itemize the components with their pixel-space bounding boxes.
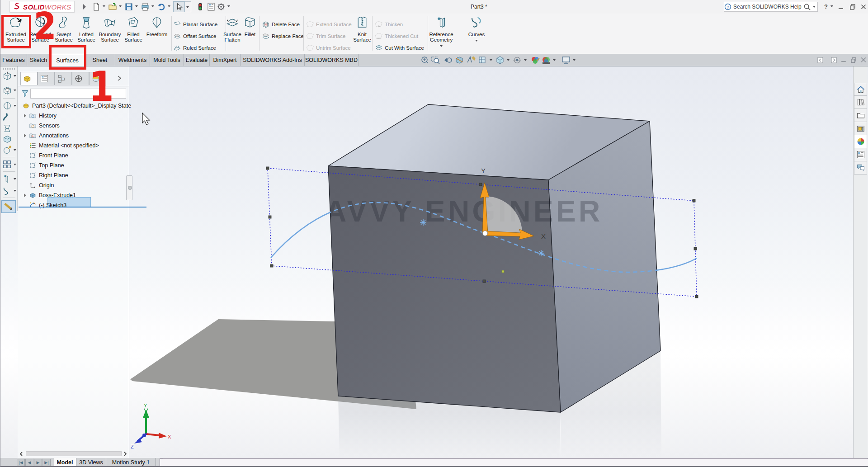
help-menu[interactable]: ? — [824, 3, 828, 10]
trim-surface-button[interactable]: Trim Surface — [306, 32, 345, 41]
lofted-surface-button[interactable]: LoftedSurface — [74, 15, 99, 42]
reference-geometry-button[interactable]: ReferenceGeometry — [427, 15, 455, 48]
help-caret[interactable] — [830, 5, 833, 7]
replace-face-button[interactable]: Replace Face — [262, 32, 304, 41]
minimize-button[interactable] — [838, 4, 844, 10]
lofted-boss-icon[interactable] — [2, 123, 12, 133]
panel-horizontal-scrollbar[interactable] — [18, 450, 129, 458]
file-properties-icon[interactable] — [207, 2, 216, 11]
linear-pattern-icon[interactable] — [2, 160, 12, 170]
ruled-surface-button[interactable]: Ruled Surface — [173, 43, 216, 52]
panel-tab-featuremanager[interactable] — [20, 72, 38, 85]
view-orientation-icon[interactable] — [478, 56, 488, 65]
tab-evaluate[interactable]: Evaluate — [184, 54, 210, 66]
doc-close-icon[interactable] — [860, 56, 867, 65]
tree-item-sketch3-selected[interactable]: (-) Sketch3 — [29, 200, 66, 210]
toolbar-grip[interactable] — [3, 68, 15, 70]
new-document-caret[interactable] — [103, 5, 105, 7]
tab-3d-views[interactable]: 3D Views — [76, 458, 106, 467]
tabs-nav-prev[interactable]: ◀ — [25, 459, 33, 466]
tree-item-sensors[interactable]: Sensors — [29, 121, 60, 131]
rebuild-icon[interactable] — [196, 2, 205, 11]
delete-face-button[interactable]: Delete Face — [262, 20, 300, 29]
freeform-button[interactable]: Freeform — [146, 15, 168, 37]
reference-geometry-strip-icon[interactable] — [2, 174, 12, 184]
boundary-surface-button[interactable]: BoundarySurface — [98, 15, 122, 42]
offset-surface-button[interactable]: Offset Surface — [173, 32, 216, 41]
search-caret[interactable] — [813, 6, 816, 8]
untrim-surface-button[interactable]: Untrim Surface — [306, 43, 351, 52]
fillet-button[interactable]: Fillet — [241, 15, 259, 37]
instant3d-button[interactable] — [1, 200, 16, 213]
zoom-to-fit-icon[interactable] — [420, 56, 430, 65]
filled-surface-button[interactable]: FilledSurface — [121, 15, 146, 42]
save-icon[interactable] — [124, 2, 133, 11]
curves-strip-icon[interactable] — [2, 186, 12, 196]
section-view-icon[interactable] — [454, 56, 464, 65]
hide-show-items-icon[interactable] — [512, 56, 522, 65]
panel-tab-configurationmanager[interactable] — [55, 72, 72, 85]
doc-restore-icon[interactable] — [850, 56, 857, 65]
tree-item-right-plane[interactable]: Right Plane — [29, 170, 68, 180]
taskpane-home[interactable] — [854, 83, 867, 96]
tab-mold-tools[interactable]: Mold Tools — [150, 54, 184, 66]
scroll-left-icon[interactable] — [19, 451, 24, 457]
tabs-nav-last[interactable]: ▶| — [42, 459, 51, 466]
tree-item-front-plane[interactable]: Front Plane — [29, 151, 68, 160]
print-caret[interactable] — [151, 5, 154, 7]
curves-button[interactable]: Curves — [466, 15, 487, 42]
tabs-nav-first[interactable]: |◀ — [17, 459, 25, 466]
panel-tab-propertymanager[interactable] — [38, 72, 55, 85]
taskpane-design-library[interactable] — [854, 96, 867, 109]
doc-prev-window-icon[interactable] — [817, 56, 824, 65]
scroll-right-icon[interactable] — [123, 451, 128, 457]
annotation-views-icon[interactable] — [466, 56, 476, 65]
appearance-wizard-icon[interactable] — [2, 145, 12, 155]
zoom-to-area-icon[interactable] — [431, 56, 441, 65]
toolbar-expand-icon[interactable] — [80, 2, 89, 11]
new-document-icon[interactable] — [92, 2, 101, 11]
panel-splitter-handle[interactable] — [126, 175, 132, 200]
search-icon[interactable] — [803, 3, 811, 11]
select-tool-button[interactable] — [173, 1, 185, 12]
extend-surface-button[interactable]: Extend Surface — [306, 20, 352, 29]
options-caret[interactable] — [227, 5, 230, 7]
cut-with-surface-button[interactable]: Cut With Surface — [375, 43, 424, 52]
tree-item-history[interactable]: History — [24, 111, 57, 121]
undo-icon[interactable] — [157, 2, 166, 11]
panel-expand-chevron[interactable] — [116, 75, 123, 82]
select-tool-caret[interactable] — [185, 1, 191, 12]
filter-funnel-icon[interactable] — [21, 90, 29, 97]
help-search-box[interactable]: ? Search SOLIDWORKS Help — [724, 2, 818, 12]
tabs-nav-next[interactable]: ▶ — [34, 459, 42, 466]
tree-item-annotations[interactable]: A Annotations — [24, 131, 69, 141]
close-button[interactable] — [860, 4, 867, 10]
knit-surface-button[interactable]: KnitSurface — [350, 15, 374, 42]
tab-solidworks-addins[interactable]: SOLIDWORKS Add-Ins — [241, 54, 305, 66]
hide-show-caret[interactable] — [524, 59, 527, 61]
apply-scene-caret[interactable] — [553, 59, 556, 61]
display-style-icon[interactable] — [495, 56, 505, 65]
print-icon[interactable] — [141, 2, 150, 11]
taskpane-custom-properties[interactable] — [854, 148, 867, 161]
doc-minimize-icon[interactable] — [840, 56, 847, 65]
tab-solidworks-mbd[interactable]: SOLIDWORKS MBD — [305, 54, 359, 66]
tree-item-material[interactable]: Material <not specified> — [29, 141, 99, 151]
swept-boss-icon[interactable] — [2, 113, 12, 123]
restore-button[interactable] — [849, 4, 856, 10]
view-settings-icon[interactable] — [561, 56, 571, 65]
taskpane-toolbox[interactable] — [854, 122, 867, 135]
tab-dimxpert[interactable]: DimXpert — [210, 54, 241, 66]
boundary-boss-icon[interactable] — [2, 134, 12, 144]
tab-weldments[interactable]: Weldments — [115, 54, 150, 66]
tab-sketch[interactable]: Sketch — [27, 54, 50, 66]
doc-next-window-icon[interactable] — [830, 56, 838, 65]
thickened-cut-button[interactable]: Thickened Cut — [375, 32, 418, 41]
taskpane-appearances[interactable] — [854, 135, 867, 148]
edit-appearance-icon[interactable] — [530, 56, 540, 65]
extruded-cut-icon[interactable] — [2, 85, 12, 95]
extruded-boss-icon[interactable] — [2, 71, 12, 81]
panel-tab-dimxpertmanager[interactable] — [72, 72, 89, 85]
revolved-boss-icon[interactable] — [2, 101, 12, 111]
planar-surface-button[interactable]: Planar Surface — [173, 20, 217, 29]
